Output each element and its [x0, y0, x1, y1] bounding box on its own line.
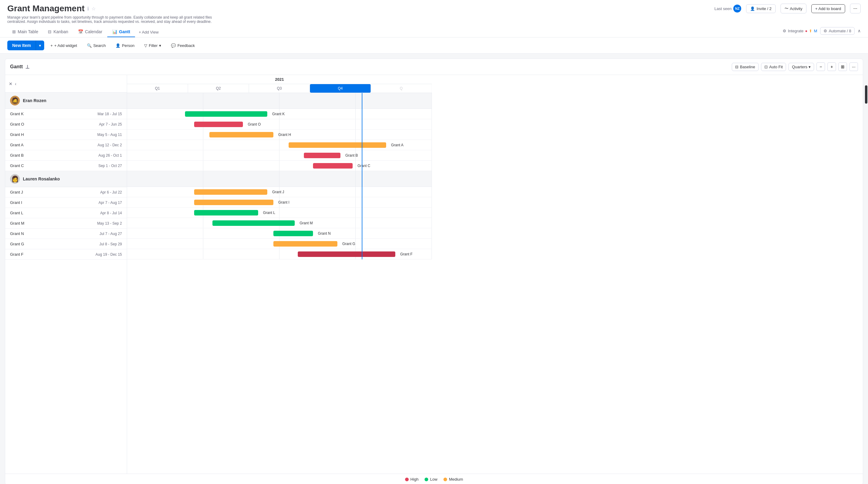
bar-grant-n[interactable] [273, 231, 313, 236]
bar-grant-i[interactable] [194, 200, 273, 205]
grant-row-g: Grant G Jul 8 - Sep 29 [5, 239, 127, 249]
search-button[interactable]: 🔍 Search [83, 41, 110, 50]
quarter-q5: Q [371, 84, 432, 93]
bar-grant-g[interactable] [273, 241, 337, 247]
timeline-person-row-lauren [127, 171, 432, 187]
title-right: Last seen NZ 👤 Invite / 2 〜 Activity + A… [714, 4, 861, 13]
activity-button[interactable]: 〜 Activity [780, 4, 806, 13]
bar-grant-a[interactable] [289, 142, 386, 148]
legend-dot-low [425, 478, 428, 481]
add-view-button[interactable]: + Add View [135, 27, 162, 37]
tab-gantt[interactable]: 📊 Gantt [107, 27, 135, 37]
gantt-title: Gantt ⊥ [10, 64, 30, 70]
timeline-row-grant-h: Grant H [127, 129, 432, 140]
bar-label-grant-b: Grant B [345, 153, 358, 158]
bar-label-grant-i: Grant I [278, 200, 289, 205]
quarters-row: Q1 Q2 Q3 Q4 Q [127, 84, 432, 93]
bar-grant-c[interactable] [313, 163, 352, 169]
timeline-body: Grant K Grant O [127, 93, 432, 260]
save-view-button[interactable]: ⊞ [838, 62, 847, 71]
kanban-icon: ⊟ [48, 29, 52, 34]
tab-calendar[interactable]: 📅 Calendar [73, 27, 107, 37]
timeline-row-grant-m: Grant M [127, 218, 432, 228]
timeline-row-grant-o: Grant O [127, 119, 432, 129]
title-left: Grant Management ℹ ☆ [7, 4, 96, 13]
last-seen: Last seen NZ [714, 5, 741, 12]
tab-kanban[interactable]: ⊟ Kanban [43, 27, 73, 37]
add-board-button[interactable]: + Add to board [811, 4, 845, 13]
app-subtitle: Manage your team's grant pipeline from o… [7, 15, 221, 24]
grant-row-i: Grant I Apr 7 - Aug 17 [5, 198, 127, 208]
grant-row-h: Grant H May 5 - Aug 11 [5, 129, 127, 140]
auto-fit-button[interactable]: ⊡ Auto Fit [761, 63, 786, 71]
bar-grant-j[interactable] [194, 189, 267, 195]
bar-grant-o[interactable] [194, 122, 243, 127]
year-row: 2021 [127, 75, 432, 84]
bar-label-grant-m: Grant M [300, 221, 313, 225]
gantt-icon: 📊 [112, 29, 117, 34]
integrate-button[interactable]: ⚙ Integrate ● ⬆ M [783, 29, 817, 33]
grant-row-f: Grant F Aug 19 - Dec 15 [5, 249, 127, 260]
timeline-wrapper: 2021 Q1 Q2 Q3 Q4 Q [127, 75, 432, 260]
person-row-lauren: 👩 Lauren Rosalanko [5, 171, 127, 187]
collapse-button[interactable]: ∧ [858, 28, 861, 33]
avatar-eran: 🧔 [10, 96, 20, 105]
new-item-button[interactable]: New Item [7, 40, 36, 50]
gantt-more-button[interactable]: ··· [849, 62, 858, 71]
timeline-row-grant-j: Grant J [127, 187, 432, 197]
bar-grant-f[interactable] [298, 251, 395, 257]
quarter-q1: Q1 [127, 84, 188, 93]
baseline-button[interactable]: ⊟ Baseline [732, 63, 758, 71]
collapse-left-icon[interactable]: ✕ [9, 81, 12, 86]
avatar-lauren: 👩 [10, 174, 20, 184]
bar-grant-m[interactable] [212, 220, 295, 226]
filter-chevron: ▾ [159, 43, 161, 48]
quarter-q2: Q2 [188, 84, 249, 93]
feedback-button[interactable]: 💬 Feedback [167, 41, 198, 50]
tab-right-controls: ⚙ Integrate ● ⬆ M ⚙ Automate / 8 ∧ [783, 27, 861, 37]
star-icon[interactable]: ☆ [91, 6, 96, 11]
legend-low: Low [425, 477, 437, 482]
quarters-chevron: ▾ [809, 65, 811, 69]
grant-row-l: Grant L Apr 8 - Jul 14 [5, 208, 127, 218]
avatar-nz: NZ [733, 5, 741, 12]
bar-grant-h[interactable] [209, 132, 273, 138]
timeline-row-grant-b: Grant B [127, 150, 432, 161]
bar-label-grant-j: Grant J [272, 190, 284, 194]
expand-icon[interactable]: ‹ [15, 81, 17, 86]
app-title: Grant Management [7, 4, 85, 13]
bar-grant-k[interactable] [185, 111, 267, 117]
grant-row-j: Grant J Apr 6 - Jul 22 [5, 187, 127, 198]
gantt-right-panel[interactable]: 2021 Q1 Q2 Q3 Q4 Q [127, 75, 863, 474]
bar-label-grant-f: Grant F [400, 252, 413, 256]
invite-button[interactable]: 👤 Invite / 2 [746, 4, 775, 13]
timeline-row-grant-c: Grant C [127, 161, 432, 171]
grant-row-a: Grant A Aug 12 - Dec 2 [5, 140, 127, 150]
tab-main-table[interactable]: ⊞ Main Table [7, 27, 43, 37]
automate-button[interactable]: ⚙ Automate / 8 [820, 27, 855, 35]
timeline-row-grant-k: Grant K [127, 109, 432, 119]
zoom-in-button[interactable]: + [828, 62, 836, 71]
automate-icon: ⚙ [824, 29, 827, 33]
quarters-select[interactable]: Quarters ▾ [788, 63, 814, 71]
title-row: Grant Management ℹ ☆ Last seen NZ 👤 Invi… [7, 4, 861, 13]
person-button[interactable]: 👤 Person [112, 41, 138, 50]
tabs: ⊞ Main Table ⊟ Kanban 📅 Calendar 📊 Gantt… [7, 27, 162, 37]
timeline-row-grant-n: Grant N [127, 228, 432, 239]
grant-row-o: Grant O Apr 7 - Jun 25 [5, 119, 127, 129]
feedback-icon: 💬 [171, 43, 176, 48]
filter-button[interactable]: ▽ Filter ▾ [141, 41, 165, 50]
legend-label-medium: Medium [449, 477, 463, 482]
zoom-out-button[interactable]: − [816, 62, 825, 71]
add-widget-button[interactable]: + + Add widget [46, 41, 81, 50]
new-item-dropdown-button[interactable]: ▾ [36, 40, 44, 50]
bar-grant-l[interactable] [194, 210, 258, 215]
more-options-button[interactable]: ··· [850, 4, 861, 13]
auto-fit-icon: ⊡ [764, 65, 768, 69]
filter-icon: ▽ [144, 43, 147, 48]
activity-icon: 〜 [784, 6, 788, 11]
bar-grant-b[interactable] [304, 153, 340, 158]
timeline-row-grant-l: Grant L [127, 208, 432, 218]
grant-row-c: Grant C Sep 1 - Oct 27 [5, 161, 127, 171]
info-icon[interactable]: ℹ [87, 6, 89, 11]
